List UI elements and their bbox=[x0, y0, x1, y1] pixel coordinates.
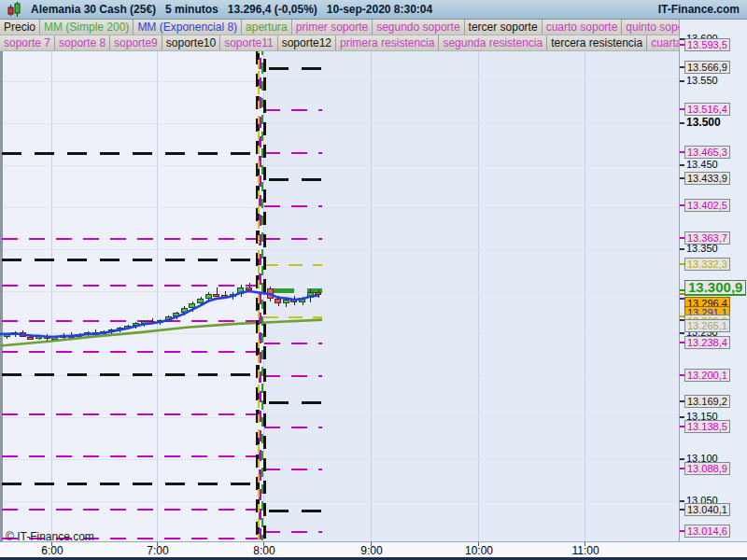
price-label: 13.332,3 bbox=[684, 258, 730, 271]
horizontal-gridline bbox=[3, 417, 679, 418]
time-axis[interactable]: 6:007:008:009:0010:0011:00 bbox=[0, 541, 747, 557]
price-label: 13.088,9 bbox=[684, 462, 730, 475]
price-label: 13.300,9 bbox=[684, 280, 746, 296]
indicator-toggle-primera-resistencia[interactable]: primera resistencia bbox=[336, 35, 439, 50]
price-label: 13.566,9 bbox=[684, 61, 730, 74]
level-line-right bbox=[264, 427, 322, 428]
level-line-left bbox=[2, 285, 258, 287]
candle bbox=[307, 292, 314, 298]
plot-left-edge bbox=[0, 51, 3, 541]
level-line-right bbox=[269, 67, 327, 70]
opening-spike-line bbox=[258, 51, 260, 540]
indicator-toggle-soporte12[interactable]: soporte12 bbox=[278, 35, 336, 50]
copyright-watermark: © IT-Finance.com bbox=[6, 530, 94, 543]
price-label: 13.169,2 bbox=[684, 395, 730, 408]
level-line-left bbox=[2, 152, 258, 155]
price-label: 13.516,4 bbox=[684, 103, 730, 116]
brand-label: IT-Finance.com bbox=[658, 3, 740, 16]
indicator-toggle-tercer-soporte[interactable]: tercer soporte bbox=[465, 20, 543, 35]
price-label: 13.465,3 bbox=[684, 146, 730, 159]
indicator-toggle-precio[interactable]: Precio bbox=[0, 20, 40, 35]
indicator-toggle-soporte-8[interactable]: soporte 8 bbox=[55, 35, 110, 50]
price-tick-mark bbox=[680, 298, 684, 300]
indicator-toggle-segunda-resistencia[interactable]: segunda resistencia bbox=[439, 35, 547, 50]
candle bbox=[4, 334, 10, 337]
candle bbox=[181, 308, 188, 313]
horizontal-gridline bbox=[3, 81, 679, 82]
candle bbox=[27, 337, 34, 340]
indicator-toggle-soporte-7[interactable]: soporte 7 bbox=[0, 35, 55, 50]
candle bbox=[124, 326, 131, 329]
candle bbox=[76, 334, 82, 337]
plot-area[interactable] bbox=[0, 51, 679, 541]
horizontal-gridline bbox=[3, 249, 679, 250]
price-axis[interactable]: 13.60013.593,513.566,913.55013.516,413.5… bbox=[679, 20, 747, 541]
title-bar: Alemania 30 Cash (25€) 5 minutos 13.296,… bbox=[0, 0, 747, 20]
post-open-background bbox=[264, 51, 679, 541]
level-line-left bbox=[2, 413, 258, 415]
candle bbox=[275, 299, 281, 303]
candle bbox=[315, 292, 321, 295]
horizontal-gridline bbox=[3, 291, 679, 292]
vertical-gridline bbox=[51, 51, 52, 541]
level-line-left bbox=[2, 483, 258, 485]
level-line-left bbox=[2, 351, 258, 353]
level-line-right bbox=[264, 264, 322, 266]
indicator-toggle-mm-exponencial-8-[interactable]: MM (Exponencial 8) bbox=[134, 20, 242, 35]
time-label: 11:00 bbox=[571, 544, 599, 557]
indicator-toggle-segundo-soporte[interactable]: segundo soporte bbox=[373, 20, 464, 35]
level-line-right bbox=[264, 205, 322, 207]
indicator-toggle-soporte10[interactable]: soporte10 bbox=[162, 35, 220, 50]
level-line-right bbox=[269, 178, 327, 181]
indicator-toggle-soporte9[interactable]: soporte9 bbox=[110, 35, 162, 50]
indicator-toggle-apertura[interactable]: apertura bbox=[242, 20, 292, 35]
level-line-right bbox=[269, 510, 327, 512]
indicator-toolbar-row-2: soporte 7soporte 8soporte9soporte10sopor… bbox=[0, 35, 679, 51]
indicator-toggle-soporte11[interactable]: soporte11 bbox=[220, 35, 277, 50]
indicator-toggle-quinto-soporte[interactable]: quinto soporte bbox=[622, 20, 679, 35]
candle bbox=[246, 287, 252, 290]
level-line-right bbox=[269, 401, 327, 404]
level-line-right bbox=[264, 152, 322, 154]
level-line-left bbox=[2, 238, 258, 240]
indicator-toggle-cuarta-resistencia[interactable]: cuarta resistencia bbox=[647, 35, 679, 50]
level-line-right bbox=[264, 238, 322, 240]
time-label: 9:00 bbox=[360, 544, 382, 557]
candle bbox=[92, 332, 99, 335]
vertical-gridline bbox=[157, 51, 158, 541]
horizontal-gridline bbox=[3, 165, 679, 166]
timeframe-label: 5 minutos bbox=[165, 3, 218, 16]
candle bbox=[108, 329, 115, 332]
level-line-right bbox=[264, 375, 322, 377]
candle bbox=[157, 320, 163, 323]
level-line-right bbox=[264, 469, 322, 470]
time-label: 8:00 bbox=[253, 544, 275, 557]
indicator-toggle-cuarto-soporte[interactable]: cuarto soporte bbox=[543, 20, 623, 35]
candle bbox=[100, 331, 106, 334]
level-line-green bbox=[270, 288, 301, 293]
candle bbox=[267, 288, 274, 299]
price-label: 13.200,1 bbox=[684, 369, 730, 382]
vertical-gridline bbox=[478, 51, 479, 541]
candle bbox=[283, 300, 289, 303]
horizontal-gridline bbox=[3, 459, 679, 460]
price-label: 13.402,5 bbox=[684, 199, 730, 212]
indicator-toggle-tercera-resistencia[interactable]: tercera resistencia bbox=[547, 35, 647, 50]
price-label: 13.350 bbox=[684, 243, 720, 254]
last-price-change: 13.296,4 (-0,05%) bbox=[228, 3, 317, 16]
vertical-gridline bbox=[585, 51, 585, 541]
level-line-right bbox=[264, 531, 322, 533]
candle bbox=[299, 298, 305, 302]
level-line-right bbox=[264, 109, 322, 111]
candle bbox=[141, 321, 148, 324]
level-line-right bbox=[264, 316, 322, 318]
candle bbox=[237, 287, 244, 294]
indicator-toggle-primer-soporte[interactable]: primer soporte bbox=[292, 20, 373, 35]
indicator-toggle-mm-simple-200-[interactable]: MM (Simple 200) bbox=[40, 20, 134, 35]
candle bbox=[60, 335, 66, 338]
candles-icon bbox=[7, 2, 21, 18]
price-label: 13.014,6 bbox=[684, 525, 730, 538]
price-label: 13.040,1 bbox=[684, 503, 730, 516]
instrument-title: Alemania 30 Cash (25€) bbox=[31, 3, 156, 16]
price-label: 13.238,4 bbox=[684, 336, 730, 349]
